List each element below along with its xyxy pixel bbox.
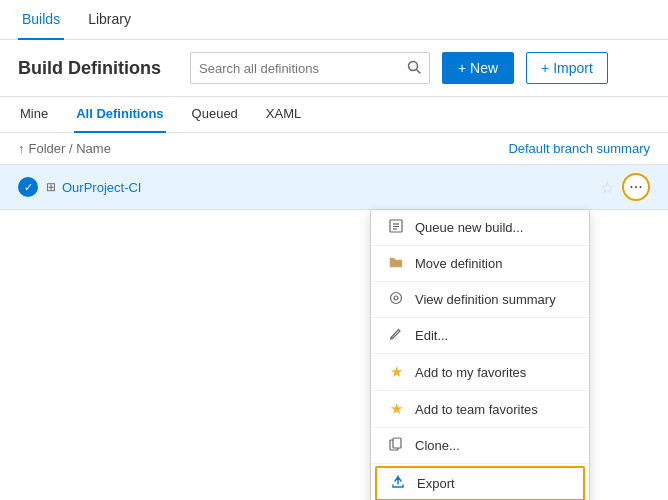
svg-point-7 xyxy=(394,296,398,300)
menu-item-add-team-fav[interactable]: ★ Add to team favorites xyxy=(371,391,589,428)
export-icon xyxy=(389,475,407,492)
svg-rect-11 xyxy=(393,438,401,448)
queue-icon xyxy=(387,219,405,236)
table-header: ↑ Folder / Name Default branch summary xyxy=(0,133,668,165)
star-team-fav-icon: ★ xyxy=(387,400,405,418)
ellipsis-button[interactable]: ··· xyxy=(622,173,650,201)
context-menu: Queue new build... Move definition View … xyxy=(370,209,590,500)
menu-item-add-my-fav[interactable]: ★ Add to my favorites xyxy=(371,354,589,391)
tab-library[interactable]: Library xyxy=(84,0,135,40)
col-branch-header: Default branch summary xyxy=(508,141,650,156)
tab-queued[interactable]: Queued xyxy=(190,97,240,133)
sort-icon: ↑ xyxy=(18,141,25,156)
clone-icon xyxy=(387,437,405,454)
search-box xyxy=(190,52,430,84)
menu-item-edit[interactable]: Edit... xyxy=(371,318,589,354)
tab-xaml[interactable]: XAML xyxy=(264,97,303,133)
tab-all-definitions[interactable]: All Definitions xyxy=(74,97,165,133)
star-icon[interactable]: ☆ xyxy=(600,178,614,197)
menu-item-export[interactable]: Export xyxy=(375,466,585,500)
star-my-fav-icon: ★ xyxy=(387,363,405,381)
new-button[interactable]: + New xyxy=(442,52,514,84)
tab-builds[interactable]: Builds xyxy=(18,0,64,40)
menu-label-clone: Clone... xyxy=(415,438,460,453)
sub-nav: Mine All Definitions Queued XAML xyxy=(0,97,668,133)
tab-mine[interactable]: Mine xyxy=(18,97,50,133)
col-name-label: Folder / Name xyxy=(29,141,111,156)
search-icon xyxy=(407,60,421,77)
svg-line-1 xyxy=(417,69,421,73)
menu-item-view-summary[interactable]: View definition summary xyxy=(371,282,589,318)
menu-label-add-my-fav: Add to my favorites xyxy=(415,365,526,380)
search-input[interactable] xyxy=(199,61,401,76)
header-row: Build Definitions + New + Import xyxy=(0,40,668,97)
view-icon xyxy=(387,291,405,308)
table-row: ✓ ⊞ OurProject-CI ☆ ··· Queue new build.… xyxy=(0,165,668,210)
menu-item-clone[interactable]: Clone... xyxy=(371,428,589,464)
definition-icon: ⊞ xyxy=(46,180,56,194)
menu-label-move: Move definition xyxy=(415,256,502,271)
page-title: Build Definitions xyxy=(18,58,178,79)
menu-item-move[interactable]: Move definition xyxy=(371,246,589,282)
import-button[interactable]: + Import xyxy=(526,52,608,84)
definition-name-link[interactable]: OurProject-CI xyxy=(62,180,600,195)
top-nav: Builds Library xyxy=(0,0,668,40)
edit-icon xyxy=(387,327,405,344)
row-checkbox[interactable]: ✓ xyxy=(18,177,38,197)
svg-point-6 xyxy=(391,293,402,304)
menu-item-queue[interactable]: Queue new build... xyxy=(371,210,589,246)
menu-label-add-team-fav: Add to team favorites xyxy=(415,402,538,417)
menu-label-edit: Edit... xyxy=(415,328,448,343)
menu-label-view-summary: View definition summary xyxy=(415,292,556,307)
folder-icon xyxy=(387,255,405,272)
menu-label-queue: Queue new build... xyxy=(415,220,523,235)
menu-label-export: Export xyxy=(417,476,455,491)
col-name-header: ↑ Folder / Name xyxy=(18,141,508,156)
